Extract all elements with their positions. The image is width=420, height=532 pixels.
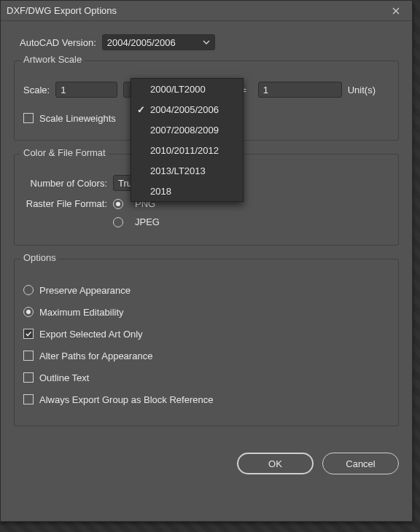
outline-text-checkbox[interactable] [23,372,34,383]
version-option-4[interactable]: 2013/LT2013 [131,160,243,181]
maximum-editability-radio[interactable] [23,307,34,317]
units-suffix-label: Unit(s) [348,85,376,95]
ok-button[interactable]: OK [237,453,314,474]
radio-dot-icon [26,310,31,314]
num-colors-label: Number of Colors: [23,178,107,189]
jpeg-label: JPEG [135,216,160,227]
maximum-editability-label: Maximum Editability [39,307,124,318]
window-close-button[interactable] [380,1,412,21]
block-reference-checkbox[interactable] [23,394,34,404]
dialog-content: AutoCAD Version: 2004/2005/2006 Artwork … [1,21,412,426]
radio-dot-icon [116,202,120,206]
autocad-version-value: 2004/2005/2006 [107,37,176,48]
options-group: Options Preserve Appearance Maximum Edit… [14,259,399,426]
png-radio[interactable] [113,199,123,209]
export-dialog: DXF/DWG Export Options AutoCAD Version: … [0,0,413,522]
window-title: DXF/DWG Export Options [7,5,117,16]
version-option-0[interactable]: 2000/LT2000 [131,79,243,99]
raster-format-label: Raster File Format: [23,198,107,209]
autocad-version-select[interactable]: 2004/2005/2006 [102,34,215,50]
outline-text-label: Outline Text [39,372,89,383]
scale-lineweights-checkbox[interactable] [23,113,34,123]
scale-label: Scale: [23,85,50,95]
check-icon [25,330,32,337]
chevron-down-icon [203,40,210,44]
cancel-button[interactable]: Cancel [322,453,399,474]
color-file-title: Color & File Format [20,147,109,158]
version-option-3[interactable]: 2010/2011/2012 [131,140,243,160]
preserve-appearance-label: Preserve Appearance [39,285,131,296]
version-option-1[interactable]: ✓2004/2005/2006 [131,99,243,120]
alter-paths-checkbox[interactable] [23,351,34,361]
artwork-scale-title: Artwork Scale [20,54,85,65]
jpeg-radio[interactable] [113,217,123,227]
autocad-version-dropdown[interactable]: 2000/LT2000 ✓2004/2005/2006 2007/2008/20… [131,78,244,202]
close-icon [392,7,400,15]
button-row: OK Cancel [1,439,412,488]
version-option-2[interactable]: 2007/2008/2009 [131,120,243,140]
scale-lineweights-label: Scale Lineweights [39,113,116,124]
version-option-5[interactable]: 2018 [131,181,243,201]
units-input[interactable]: 1 [258,82,342,98]
autocad-version-label: AutoCAD Version: [20,37,96,48]
check-icon: ✓ [137,104,145,115]
alter-paths-label: Alter Paths for Appearance [39,351,152,361]
scale-input[interactable]: 1 [55,82,117,98]
options-title: Options [20,252,59,263]
titlebar: DXF/DWG Export Options [1,1,412,21]
preserve-appearance-radio[interactable] [23,285,34,295]
export-selected-only-label: Export Selected Art Only [39,329,143,340]
export-selected-only-checkbox[interactable] [23,329,34,339]
block-reference-label: Always Export Group as Block Reference [39,394,213,405]
